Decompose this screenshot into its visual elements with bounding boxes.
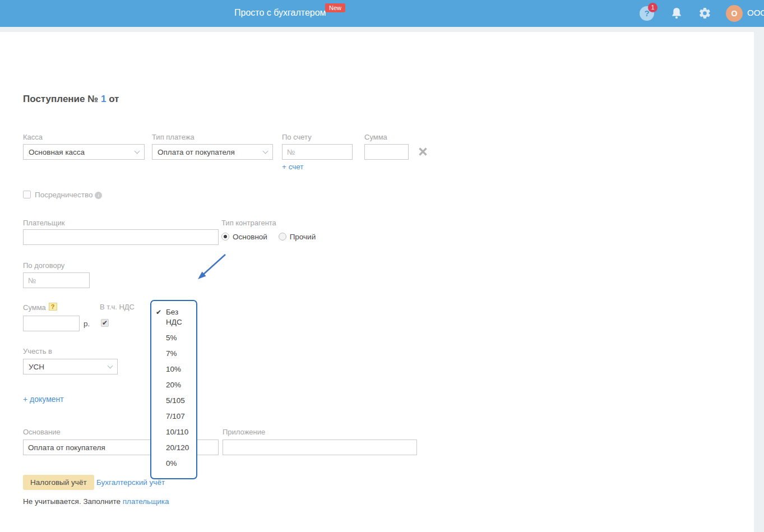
rate-option[interactable]: 7/107 [151,409,196,424]
notifications-button[interactable] [670,7,684,20]
user-avatar[interactable]: O [726,5,743,22]
app-root: { "header": { "title": "Просто с бухгалт… [0,0,764,532]
bell-icon [670,7,683,20]
payer-input[interactable] [23,229,219,245]
new-badge: New [325,3,345,12]
chevron-down-icon [263,148,268,154]
attachment-label: Приложение [223,428,265,436]
chevron-down-icon [108,363,113,368]
account-in-label: Учесть в [23,347,52,355]
by-invoice-input[interactable] [282,144,353,160]
counterparty-type-radios: Основной Прочий [221,233,325,241]
rate-option[interactable]: 10% [151,362,196,377]
gear-icon [698,7,711,20]
question-badge-icon[interactable]: ? [49,303,57,311]
amount-label: Сумма? [23,303,57,312]
by-invoice-label: По счету [282,133,312,141]
rate-option[interactable]: 5% [151,330,196,346]
add-document-link[interactable]: + документ [23,395,64,404]
tab-tax-accounting[interactable]: Налоговый учёт [23,475,94,490]
page-title: Поступление № 1 от [23,94,119,105]
amount-input[interactable] [23,316,80,331]
rate-option[interactable]: 0% [151,456,196,471]
rate-option[interactable]: 7% [151,346,196,362]
incl-vat-label: В т.ч. НДС [100,303,135,311]
payer-note-link[interactable]: плательщика [123,497,169,506]
incl-vat-checkbox[interactable]: ✔ [101,319,109,327]
payment-type-label: Тип платежа [152,133,195,141]
info-icon[interactable]: i [95,192,102,199]
tax-note: Не учитывается. Заполните плательщика [23,497,169,506]
currency-suffix: р. [84,320,90,328]
add-invoice-link[interactable]: + счет [282,163,304,171]
document-number: 1 [101,94,106,104]
kassa-select[interactable]: Основная касса [23,144,145,160]
radio-option-main[interactable]: Основной [221,233,267,241]
settings-button[interactable] [698,7,712,20]
checkmark-icon: ✔ [156,307,161,317]
account-in-select[interactable]: УСН [23,359,118,374]
help-button[interactable]: ? 1 [640,6,654,21]
rate-option[interactable]: 20% [151,377,196,393]
invoice-sum-label: Сумма [364,133,387,141]
radio-option-other[interactable]: Прочий [279,233,316,241]
rate-option[interactable]: 5/105 [151,393,196,409]
by-contract-input[interactable] [23,272,90,288]
clear-icon[interactable] [418,147,428,159]
mediation-checkbox[interactable] [23,191,31,198]
by-contract-label: По договору [23,261,64,270]
payment-type-select[interactable]: Оплата от покупателя [152,144,273,160]
rate-option[interactable]: 20/120 [151,440,196,456]
invoice-sum-input[interactable] [364,144,409,160]
attachment-input[interactable] [223,440,417,455]
counterparty-type-label: Тип контрагента [221,219,276,227]
rate-option[interactable]: 10/110 [151,424,196,440]
kassa-label: Касса [23,133,43,141]
basis-label: Основание [23,428,61,436]
top-navigation-bar: Просто с бухгалтером New ? 1 O ООО [0,0,764,27]
rate-option-selected[interactable]: ✔Без НДС [151,304,196,330]
radio-unselected-icon [279,233,286,240]
document-form-panel: Поступление № 1 от Касса Основная касса … [0,32,754,532]
rate-dropdown-list: ✔Без НДС 5% 7% 10% 20% 5/105 7/107 10/11… [150,300,197,479]
radio-selected-icon [221,233,229,240]
help-notification-badge: 1 [648,3,657,12]
payer-label: Плательщик [23,219,64,227]
organization-name[interactable]: ООО [747,8,764,17]
mediation-label: Посредничество i [35,191,102,199]
tab-accounting[interactable]: Бухгалтерский учёт [96,478,165,487]
chevron-down-icon [135,148,140,154]
app-title: Просто с бухгалтером [234,8,326,18]
